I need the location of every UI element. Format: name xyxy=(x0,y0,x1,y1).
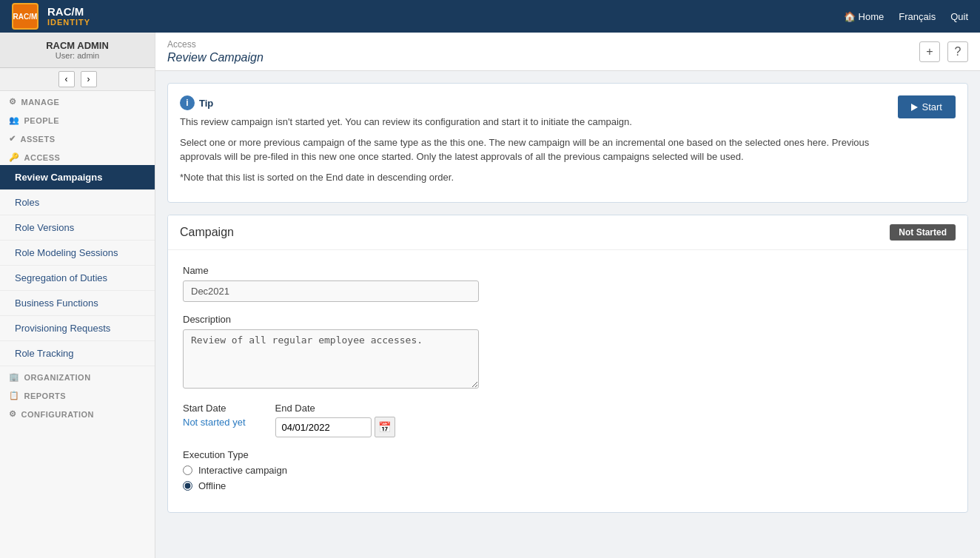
description-group: Description Review of all regular employ… xyxy=(183,314,953,391)
start-date-label: Start Date xyxy=(183,403,246,414)
logo-text: RAC/M xyxy=(13,13,38,21)
campaign-header: Campaign Not Started xyxy=(168,215,967,250)
page-title: Review Campaign xyxy=(167,51,264,64)
people-icon: 👥 xyxy=(9,115,20,125)
execution-type-group: Execution Type Interactive campaign Offl… xyxy=(183,449,953,491)
sidebar-scroll-up[interactable]: ‹ xyxy=(58,71,75,87)
sidebar-item-segregation[interactable]: Segregation of Duties xyxy=(0,266,155,291)
quit-label: Quit xyxy=(950,11,968,22)
radio-offline-label: Offline xyxy=(198,480,226,491)
tip-line2: Select one or more previous campaign of … xyxy=(180,135,886,164)
home-icon: 🏠 xyxy=(844,11,856,22)
francais-label: Français xyxy=(899,11,936,22)
logo: RAC/M xyxy=(12,3,38,30)
tip-line1: This review campaign isn't started yet. … xyxy=(180,115,886,130)
organization-icon: 🏢 xyxy=(9,372,20,382)
start-date-value: Not started yet xyxy=(183,417,246,428)
sidebar-userrole: User: admin xyxy=(9,51,146,60)
sidebar-item-business-functions[interactable]: Business Functions xyxy=(0,291,155,316)
end-date-input[interactable] xyxy=(275,417,372,437)
name-label: Name xyxy=(183,265,953,276)
description-input[interactable]: Review of all regular employee accesses. xyxy=(183,329,479,389)
radio-interactive-label: Interactive campaign xyxy=(198,465,287,476)
sidebar-section-assets: ✔ ASSETS xyxy=(0,128,155,147)
radio-offline[interactable]: Offline xyxy=(183,480,953,491)
dates-row: Start Date Not started yet End Date 📅 xyxy=(183,403,953,437)
sidebar-item-role-tracking[interactable]: Role Tracking xyxy=(0,341,155,366)
status-badge: Not Started xyxy=(890,224,956,241)
sidebar-section-access: 🔑 ACCESS xyxy=(0,147,155,165)
nav-links: 🏠 Home Français Quit xyxy=(844,11,968,22)
radio-offline-input[interactable] xyxy=(183,481,192,491)
calendar-button[interactable]: 📅 xyxy=(375,417,395,437)
tip-box: i Tip This review campaign isn't started… xyxy=(167,83,968,203)
radio-group: Interactive campaign Offline xyxy=(183,465,953,491)
play-icon xyxy=(911,104,918,111)
name-group: Name xyxy=(183,265,953,302)
end-date-group: End Date 📅 xyxy=(275,403,395,437)
tip-content: i Tip This review campaign isn't started… xyxy=(180,95,886,190)
manage-icon: ⚙ xyxy=(9,97,17,107)
add-button[interactable]: + xyxy=(919,41,940,62)
config-icon: ⚙ xyxy=(9,409,17,419)
sidebar-username: RACM ADMIN xyxy=(9,40,146,51)
campaign-section: Campaign Not Started Name Description Re… xyxy=(167,215,968,513)
breadcrumb: Access xyxy=(167,39,264,50)
tip-title: i Tip xyxy=(180,95,886,110)
sidebar-item-role-modeling[interactable]: Role Modeling Sessions xyxy=(0,241,155,266)
sidebar: RACM ADMIN User: admin ‹ › ⚙ MANAGE 👥 PE… xyxy=(0,33,155,558)
sidebar-item-provisioning[interactable]: Provisioning Requests xyxy=(0,316,155,341)
radio-interactive-input[interactable] xyxy=(183,465,192,475)
francais-link[interactable]: Français xyxy=(899,11,936,22)
content-area: i Tip This review campaign isn't started… xyxy=(155,71,980,525)
reports-icon: 📋 xyxy=(9,391,20,400)
description-label: Description xyxy=(183,314,953,325)
sidebar-section-configuration: ⚙ CONFIGURATION xyxy=(0,403,155,422)
main-content: Access Review Campaign + ? i Tip This re… xyxy=(155,33,980,558)
campaign-section-title: Campaign xyxy=(180,226,234,239)
end-date-input-row: 📅 xyxy=(275,417,395,437)
sidebar-section-organization: 🏢 ORGANIZATION xyxy=(0,366,155,385)
top-nav: RAC/M RAC/M IDENTITY 🏠 Home Français Qui… xyxy=(0,0,980,33)
info-icon: i xyxy=(180,95,195,110)
home-link[interactable]: 🏠 Home xyxy=(844,11,885,22)
brand: RAC/M IDENTITY xyxy=(47,6,90,27)
name-input[interactable] xyxy=(183,280,479,302)
tip-line3: *Note that this list is sorted on the En… xyxy=(180,170,886,185)
sidebar-user: RACM ADMIN User: admin xyxy=(0,33,155,68)
sidebar-section-reports: 📋 REPORTS xyxy=(0,385,155,403)
execution-type-label: Execution Type xyxy=(183,449,953,460)
brand-racm: RAC/M xyxy=(47,6,90,19)
quit-link[interactable]: Quit xyxy=(950,11,968,22)
main-header: Access Review Campaign + ? xyxy=(155,33,980,71)
access-icon: 🔑 xyxy=(9,152,20,162)
sidebar-section-manage: ⚙ MANAGE xyxy=(0,91,155,110)
brand-identity: IDENTITY xyxy=(47,18,90,27)
campaign-body: Name Description Review of all regular e… xyxy=(168,250,967,512)
start-date-group: Start Date Not started yet xyxy=(183,403,246,437)
end-date-label: End Date xyxy=(275,403,395,414)
radio-interactive[interactable]: Interactive campaign xyxy=(183,465,953,476)
sidebar-scroll-down[interactable]: › xyxy=(81,71,97,87)
layout: RACM ADMIN User: admin ‹ › ⚙ MANAGE 👥 PE… xyxy=(0,33,980,558)
sidebar-scroll-controls: ‹ › xyxy=(0,68,155,91)
breadcrumb-area: Access Review Campaign xyxy=(167,39,264,64)
home-label: Home xyxy=(859,11,885,22)
start-label: Start xyxy=(922,101,942,112)
header-actions: + ? xyxy=(919,41,968,62)
sidebar-item-review-campaigns[interactable]: Review Campaigns xyxy=(0,165,155,190)
start-button[interactable]: Start xyxy=(898,95,956,118)
sidebar-item-role-versions[interactable]: Role Versions xyxy=(0,215,155,241)
sidebar-section-people: 👥 PEOPLE xyxy=(0,110,155,128)
help-button[interactable]: ? xyxy=(947,41,968,62)
sidebar-item-roles[interactable]: Roles xyxy=(0,190,155,215)
assets-icon: ✔ xyxy=(9,134,16,144)
